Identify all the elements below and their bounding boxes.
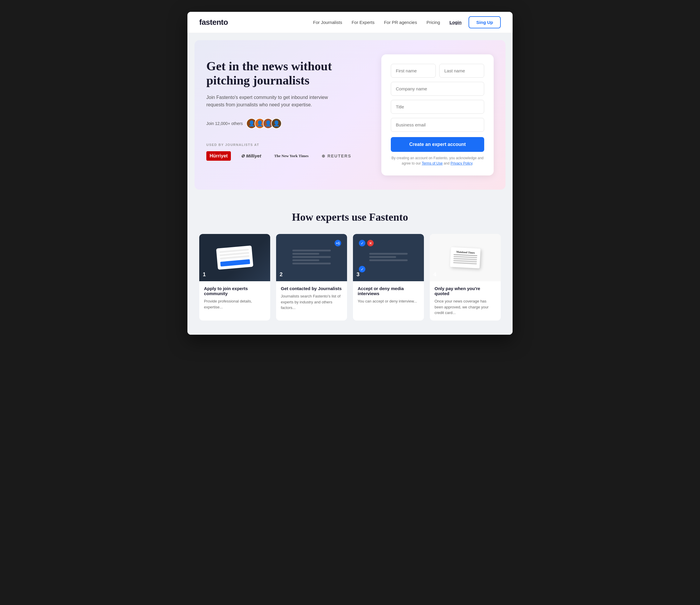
nav-link-login[interactable]: Login [450,20,462,25]
mock-line-dark [292,253,319,255]
mock-line [453,262,477,264]
nav-link-pr[interactable]: For PR agencies [384,20,417,25]
step-number-2: 2 [280,271,282,278]
logo-nyt: The New York Times [271,152,311,160]
nav-link-journalists[interactable]: For Journalists [313,20,342,25]
step-card-1: 1 Apply to join experts community Provid… [199,234,270,320]
mock-line [453,256,477,258]
mock-line-dark [369,259,408,261]
step-content-1: Apply to join experts community Provide … [199,281,270,315]
logos-row: Hürriyet ⊘ Milliyet The New York Times ⊕… [206,151,370,161]
navbar: fastento For Journalists For Experts For… [188,12,512,33]
step-image-4: Mainland Times 4 [430,234,501,281]
step-title-1: Apply to join experts community [204,286,266,296]
step-title-4: Only pay when you're quoted [434,286,496,296]
step-number-3: 3 [356,271,359,278]
hero-right: Create an expert account By creating an … [381,54,494,176]
step-content-4: Only pay when you're quoted Once your ne… [430,281,501,320]
how-title: How experts use Fastento [199,211,501,223]
email-input[interactable] [391,118,484,132]
mock-line-dark [292,259,319,261]
nav-link-pricing[interactable]: Pricing [427,20,440,25]
step-title-2: Get contacted by Journalists [281,286,342,291]
step-image-3: ✓ ✕ ✓ 3 [353,234,424,281]
step-number-4: 4 [433,271,436,278]
step-desc-1: Provide professional details, expertise.… [204,298,266,310]
last-name-input[interactable] [439,64,484,78]
step-number-1: 1 [203,271,206,278]
signup-button[interactable]: Sing Up [469,16,501,28]
step-card-3: ✓ ✕ ✓ 3 Accept or deny media interviews … [353,234,424,320]
step-desc-3: You can accept or deny interview... [358,298,419,304]
step-image-2: +1 2 [276,234,347,281]
nav-item-pricing[interactable]: Pricing [427,20,440,25]
steps-grid: 1 Apply to join experts community Provid… [199,234,501,320]
nav-item-login[interactable]: Login [450,20,462,25]
join-text: Join 12,000+ others [206,121,243,126]
company-group [391,82,484,96]
nav-item-journalists[interactable]: For Journalists [313,20,342,25]
nav-item-experts[interactable]: For Experts [351,20,375,25]
logo-reuters: ⊕ REUTERS [319,152,354,160]
join-row: Join 12,000+ others 👤 👤 👤 👤 [206,118,370,129]
step-title-3: Accept or deny media interviews [358,286,419,296]
newspaper-title: Mainland Times [453,250,477,256]
mock-line [453,260,477,262]
mock-line-dark [292,249,331,252]
name-row [391,64,484,78]
mock-line [453,258,477,260]
title-group [391,100,484,114]
check-icon-2: ✓ [359,266,366,272]
x-icon: ✕ [367,240,374,246]
step-card-2: +1 2 Get contacted by Journalists Journa… [276,234,347,320]
company-input[interactable] [391,82,484,96]
signup-form-card: Create an expert account By creating an … [381,54,494,176]
mock-line-dark [369,253,408,255]
mock-line-dark [369,256,396,258]
create-account-button[interactable]: Create an expert account [391,137,484,152]
hero-subtitle: Join Fastento's expert community to get … [206,94,330,109]
form-mockup [216,245,253,270]
newspaper-lines [453,256,477,264]
step-image-1: 1 [199,234,270,281]
check-icon: ✓ [359,240,366,246]
logo-milliyet: ⊘ Milliyet [238,152,264,160]
avatar: 👤 [271,118,282,129]
step-card-4: Mainland Times 4 Only pay when you're qu… [430,234,501,320]
lines-mockup [292,249,331,266]
step-desc-4: Once your news coverage has been approve… [434,298,496,316]
email-group [391,118,484,132]
mock-line-dark [292,263,331,264]
lines-mockup-3 [369,253,408,263]
step-content-2: Get contacted by Journalists Journalists… [276,281,347,315]
browser-window: fastento For Journalists For Experts For… [188,12,512,335]
mock-line-dark [292,256,331,258]
hero-left: Get in the news without pitching journal… [206,54,370,161]
mock-btn [220,259,250,267]
nav-links: For Journalists For Experts For PR agenc… [313,20,461,25]
avatars: 👤 👤 👤 👤 [246,118,282,129]
terms-link[interactable]: Terms of Use [422,161,443,165]
step-desc-2: Journalists search Fastento's list of ex… [281,293,342,311]
used-by-label: USED BY JOURNALISTS AT [206,143,370,147]
hero-title: Get in the news without pitching journal… [206,59,370,88]
how-section: How experts use Fastento 1 Apply to join… [188,197,512,335]
used-by: USED BY JOURNALISTS AT Hürriyet ⊘ Milliy… [206,143,370,161]
nav-item-pr[interactable]: For PR agencies [384,20,417,25]
logo-hurriyet: Hürriyet [206,151,231,161]
title-input[interactable] [391,100,484,114]
nav-link-experts[interactable]: For Experts [351,20,375,25]
newspaper-mockup: Mainland Times [450,247,480,268]
privacy-link[interactable]: Privacy Policy [451,161,472,165]
form-disclaimer: By creating an account on Fastento, you … [391,155,484,166]
notification-badge: +1 [334,240,341,246]
hero-section: Get in the news without pitching journal… [195,40,505,190]
step-content-3: Accept or deny media interviews You can … [353,281,424,309]
first-name-input[interactable] [391,64,436,78]
brand-logo[interactable]: fastento [199,18,228,27]
